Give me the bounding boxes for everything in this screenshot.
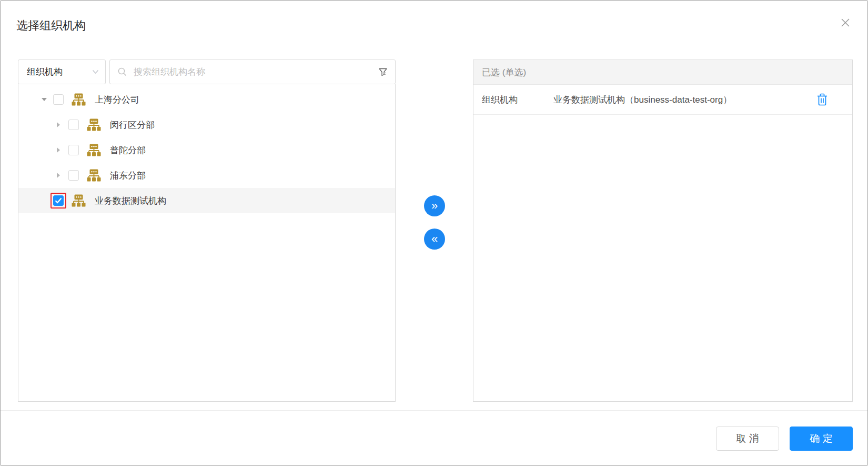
org-chart-icon: [87, 169, 101, 182]
checkbox-checked[interactable]: [53, 195, 64, 206]
org-chart-icon: [72, 93, 86, 106]
tree-node-pudong[interactable]: 浦东分部: [18, 163, 395, 188]
close-button[interactable]: [838, 15, 853, 30]
checkbox-unchecked[interactable]: [68, 145, 79, 155]
check-icon: [55, 197, 62, 204]
tree-node-label[interactable]: 业务数据测试机构: [95, 195, 166, 207]
select-organization-dialog: 选择组织机构 组织机构: [0, 0, 868, 466]
footer-divider: [1, 410, 867, 411]
caret-down-icon[interactable]: [42, 98, 53, 101]
selected-panel: 已选 (单选) 组织机构 业务数据测试机构（business-data-test…: [473, 60, 853, 402]
tree-node-label[interactable]: 浦东分部: [110, 170, 146, 182]
trash-icon: [816, 93, 829, 106]
filter-icon[interactable]: [378, 67, 388, 77]
chevron-down-icon: [92, 70, 99, 74]
annotation-red-box: [51, 193, 66, 209]
checkbox-unchecked[interactable]: [68, 170, 79, 181]
dialog-title: 选择组织机构: [16, 18, 86, 34]
checkbox-unchecked[interactable]: [53, 94, 64, 105]
tree-node-label[interactable]: 普陀分部: [110, 144, 146, 156]
org-chart-icon: [87, 118, 101, 131]
caret-right-icon[interactable]: [57, 122, 68, 127]
caret-right-icon[interactable]: [57, 147, 68, 153]
close-icon: [839, 16, 852, 29]
org-tree-panel: 上海分公司 闵行区分部: [18, 84, 396, 402]
tree-node-minhang[interactable]: 闵行区分部: [18, 112, 395, 137]
selected-item-row: 组织机构 业务数据测试机构（business-data-test-org）: [473, 85, 852, 115]
cancel-button[interactable]: 取 消: [716, 427, 779, 451]
selected-item-type: 组织机构: [482, 94, 553, 106]
selected-item-value: 业务数据测试机构（business-data-test-org）: [553, 94, 815, 106]
tree-node-business-data-test-org[interactable]: 业务数据测试机构: [18, 188, 395, 213]
caret-right-icon[interactable]: [57, 173, 68, 178]
tree-node-label[interactable]: 上海分公司: [95, 94, 139, 106]
org-chart-icon: [72, 194, 86, 207]
org-type-select[interactable]: 组织机构: [18, 60, 106, 84]
tree-node-shanghai-branch[interactable]: 上海分公司: [18, 87, 395, 112]
org-chart-icon: [87, 144, 101, 156]
selected-panel-header: 已选 (单选): [473, 60, 852, 85]
org-type-select-value: 组织机构: [27, 66, 92, 78]
move-right-button[interactable]: »: [424, 195, 445, 216]
confirm-button[interactable]: 确 定: [790, 427, 853, 451]
move-left-button[interactable]: «: [424, 229, 445, 250]
search-box: [109, 60, 396, 84]
checkbox-unchecked[interactable]: [68, 120, 79, 130]
search-input[interactable]: [133, 66, 378, 78]
search-icon: [117, 67, 127, 77]
delete-selected-button[interactable]: [815, 92, 829, 107]
tree-node-putuo[interactable]: 普陀分部: [18, 137, 395, 163]
tree-node-label[interactable]: 闵行区分部: [110, 119, 155, 131]
